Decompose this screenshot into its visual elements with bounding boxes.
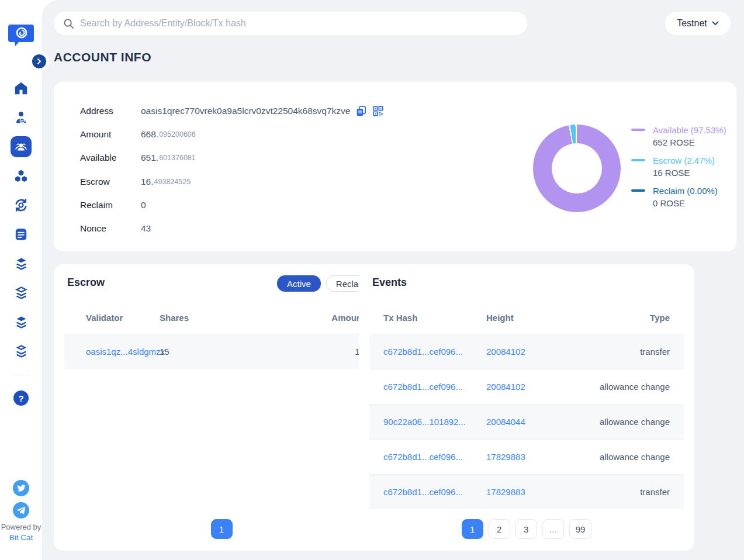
sidebar-item-layers-4[interactable] bbox=[0, 337, 42, 366]
event-type: allowance change bbox=[591, 382, 684, 392]
sidebar-item-validators[interactable] bbox=[0, 103, 42, 132]
page-button-1[interactable]: 1 bbox=[462, 519, 483, 539]
app-logo[interactable] bbox=[8, 22, 34, 47]
column-header-height: Height bbox=[486, 313, 591, 323]
event-type: transfer bbox=[591, 487, 684, 497]
page-button-3[interactable]: 3 bbox=[515, 519, 537, 539]
transactions-icon bbox=[13, 198, 29, 213]
account-field-address: Address oasis1qrec770vrek0a9a5lcrv0zvt22… bbox=[80, 99, 384, 123]
blocks-icon bbox=[13, 168, 29, 184]
legend-label: Escrow (2.47%) bbox=[653, 154, 715, 167]
page-title: ACCOUNT INFO bbox=[54, 50, 151, 64]
column-header-type: Type bbox=[591, 313, 684, 323]
sidebar-item-home[interactable] bbox=[0, 74, 42, 103]
page-ellipsis[interactable]: ... bbox=[542, 519, 564, 539]
sidebar-divider bbox=[12, 375, 30, 375]
sidebar-item-accounts[interactable] bbox=[0, 132, 42, 161]
layers-icon bbox=[13, 285, 29, 301]
height-link[interactable]: 17829883 bbox=[486, 487, 591, 497]
tab-active[interactable]: Active bbox=[277, 275, 321, 292]
page-button-99[interactable]: 99 bbox=[569, 519, 592, 539]
tx-hash-link[interactable]: c672b8d1...cef096... bbox=[369, 452, 486, 462]
legend-label: Available (97.53%) bbox=[653, 124, 726, 136]
events-table-row: c672b8d1...cef096... 17829883 allowance … bbox=[369, 439, 684, 474]
field-label: Reclaim bbox=[80, 200, 141, 210]
account-field-available: Available 651.601376081 bbox=[80, 146, 384, 170]
field-label: Available bbox=[80, 153, 141, 163]
sidebar-expand-button[interactable] bbox=[32, 54, 46, 68]
validator-link[interactable]: oasis1qz...4sldgmzx bbox=[64, 347, 160, 357]
network-label: Testnet bbox=[677, 18, 707, 29]
height-link[interactable]: 20084102 bbox=[486, 347, 591, 357]
copy-address-button[interactable] bbox=[355, 105, 367, 117]
search-input[interactable] bbox=[80, 18, 518, 29]
events-table-header: Tx Hash Height Type bbox=[369, 302, 684, 334]
sidebar-item-layers-1[interactable] bbox=[0, 249, 42, 278]
account-info-card: Address oasis1qrec770vrek0a9a5lcrv0zvt22… bbox=[54, 82, 736, 251]
legend-amount: 652 ROSE bbox=[653, 136, 726, 148]
column-header-tx-hash: Tx Hash bbox=[369, 313, 486, 323]
tx-hash-link[interactable]: c672b8d1...cef096... bbox=[369, 487, 486, 497]
tx-hash-link[interactable]: c672b8d1...cef096... bbox=[369, 382, 486, 392]
legend-amount: 16 ROSE bbox=[653, 167, 715, 179]
sidebar-item-layers-2[interactable] bbox=[0, 278, 42, 307]
amount-frac: 095200606 bbox=[159, 130, 196, 139]
sidebar-item-blocks[interactable] bbox=[0, 161, 42, 191]
social-links bbox=[13, 480, 29, 518]
oasis-monitor-logo-icon bbox=[8, 22, 34, 47]
field-label: Address bbox=[80, 106, 141, 116]
qr-code-icon bbox=[372, 105, 384, 117]
legend-amount: 0 ROSE bbox=[653, 197, 718, 209]
legend-entry-available: Available (97.53%) 652 ROSE bbox=[631, 124, 726, 148]
sidebar-item-documents[interactable] bbox=[0, 220, 42, 249]
layers-icon bbox=[13, 344, 29, 359]
sidebar-item-transactions[interactable] bbox=[0, 191, 42, 220]
column-header-validator: Validator bbox=[64, 313, 160, 323]
escrow-table: Validator Shares Amount oasis1qz...4sldg… bbox=[64, 302, 379, 369]
page-button-2[interactable]: 2 bbox=[489, 519, 510, 539]
escrow-int: 16. bbox=[141, 177, 154, 187]
layers-icon bbox=[13, 256, 29, 272]
account-fields: Address oasis1qrec770vrek0a9a5lcrv0zvt22… bbox=[80, 99, 384, 240]
page-button-1[interactable]: 1 bbox=[211, 519, 233, 539]
chevron-down-icon bbox=[712, 21, 719, 26]
home-icon bbox=[13, 81, 29, 96]
account-address-value: oasis1qrec770vrek0a9a5lcrv0zvt22504k68sv… bbox=[141, 106, 350, 116]
active-item-background bbox=[11, 136, 32, 157]
legend-swatch bbox=[631, 189, 645, 192]
events-panel: Events Tx Hash Height Type c672b8d1...ce… bbox=[359, 264, 694, 551]
telegram-icon bbox=[17, 507, 26, 514]
escrow-pagination: 1 bbox=[54, 519, 389, 539]
reclaim-value: 0 bbox=[141, 200, 146, 210]
events-table-row: c672b8d1...cef096... 17829883 transfer bbox=[369, 474, 684, 509]
height-link[interactable]: 20084044 bbox=[486, 417, 591, 427]
sidebar-item-help[interactable]: ? bbox=[13, 390, 29, 406]
svg-text:?: ? bbox=[18, 393, 23, 403]
account-field-reclaim: Reclaim 0 bbox=[80, 193, 384, 217]
legend-swatch bbox=[631, 159, 645, 161]
sidebar-item-layers-3[interactable] bbox=[0, 307, 42, 337]
legend-entry-escrow: Escrow (2.47%) 16 ROSE bbox=[631, 154, 726, 179]
column-header-shares: Shares bbox=[160, 313, 276, 323]
bit-cat-link[interactable]: Bit Cat bbox=[0, 533, 42, 543]
twitter-link[interactable] bbox=[13, 480, 29, 496]
powered-by-label: Powered by bbox=[0, 522, 42, 533]
height-link[interactable]: 20084102 bbox=[486, 382, 591, 392]
network-selector[interactable]: Testnet bbox=[665, 12, 731, 35]
tx-hash-link[interactable]: c672b8d1...cef096... bbox=[369, 347, 486, 357]
accounts-icon bbox=[14, 140, 28, 154]
powered-by: Powered by Bit Cat bbox=[0, 522, 42, 543]
shares-value: 15 bbox=[160, 347, 276, 357]
account-field-amount: Amount 668.095200606 bbox=[80, 123, 384, 146]
tx-hash-link[interactable]: 90c22a06...101892... bbox=[369, 417, 486, 427]
layers-icon bbox=[13, 314, 29, 330]
telegram-link[interactable] bbox=[13, 502, 29, 518]
search-bar[interactable] bbox=[54, 12, 527, 35]
sidebar-nav bbox=[0, 74, 42, 366]
qr-code-button[interactable] bbox=[372, 105, 384, 117]
amount-int: 668. bbox=[141, 129, 158, 140]
validator-icon bbox=[13, 110, 29, 125]
height-link[interactable]: 17829883 bbox=[486, 452, 591, 462]
escrow-panel: Escrow Active Reclaim Validator Shares A… bbox=[54, 264, 389, 551]
event-type: allowance change bbox=[591, 417, 684, 427]
